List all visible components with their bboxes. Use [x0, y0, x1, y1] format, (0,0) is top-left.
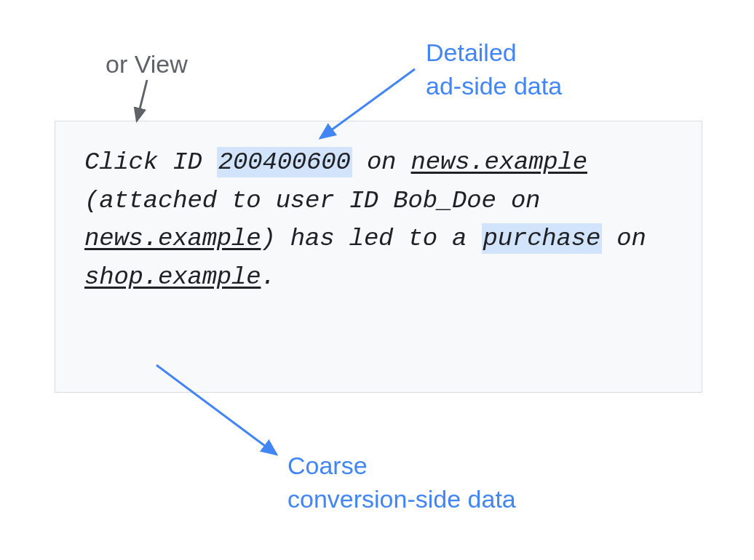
arrow-coarse — [153, 361, 287, 467]
text-part2: on — [352, 148, 411, 176]
purchase-highlight: purchase — [482, 223, 603, 254]
text-part5: on — [602, 225, 646, 252]
svg-line-1 — [137, 80, 147, 121]
detailed-line2: ad-side data — [426, 72, 562, 100]
or-view-label: or View — [106, 50, 188, 79]
detailed-line1: Detailed — [426, 39, 517, 66]
detailed-label: Detailed ad-side data — [426, 36, 562, 103]
site1b: news.example — [84, 225, 261, 252]
coarse-line1: Coarse — [287, 452, 368, 479]
text-part4: ) has led to a — [261, 225, 481, 252]
text-part3: (attached to user ID Bob_Doe on — [84, 187, 540, 215]
site2: shop.example — [84, 263, 261, 291]
svg-line-3 — [320, 69, 415, 138]
text-part6: . — [261, 263, 275, 291]
svg-line-5 — [156, 365, 277, 455]
coarse-label: Coarse conversion-side data — [287, 449, 516, 516]
or-view-text: or View — [106, 50, 188, 78]
example-box: Click ID 200400600 on news.example (atta… — [55, 121, 702, 393]
site1: news.example — [411, 148, 587, 176]
coarse-line2: conversion-side data — [287, 485, 516, 513]
arrow-detailed — [313, 47, 429, 142]
example-text: Click ID 200400600 on news.example (atta… — [84, 143, 672, 297]
text-part1: Click ID — [84, 148, 217, 176]
click-id-highlight: 200400600 — [217, 147, 352, 177]
arrow-or-view — [131, 79, 160, 129]
